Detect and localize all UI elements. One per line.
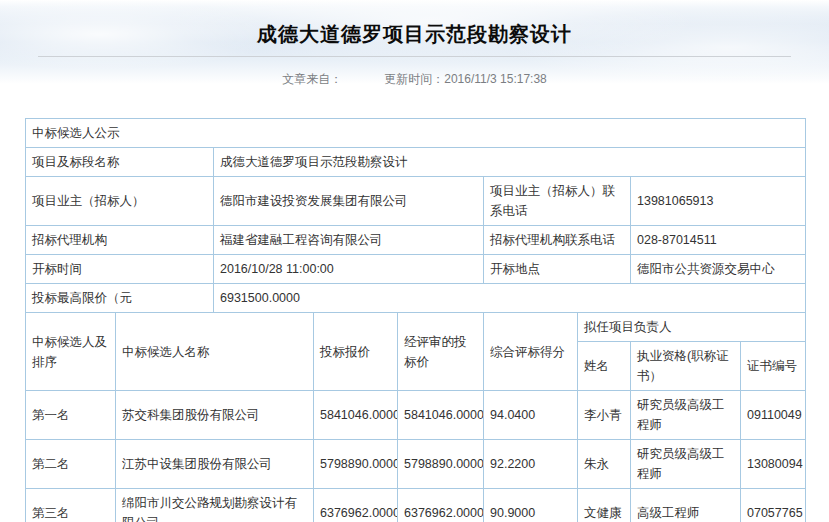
candidate-score: 90.9000 (484, 489, 578, 522)
candidates-header-row: 中标候选人及排序 中标候选人名称 投标报价 经评审的投标价 综合评标得分 拟任项… (26, 313, 806, 342)
page-title: 成德大道德罗项目示范段勘察设计 (0, 21, 829, 47)
agency-value: 福建省建融工程咨询有限公司 (214, 226, 484, 255)
candidate-name: 苏交科集团股份有限公司 (116, 391, 314, 440)
article-source-label: 文章来自： (282, 71, 342, 88)
table-caption-row: 中标候选人公示 (26, 119, 806, 148)
col-rank: 中标候选人及排序 (26, 313, 116, 391)
owner-phone-value: 13981065913 (631, 177, 806, 226)
owner-phone-label: 项目业主（招标人）联系电话 (484, 177, 631, 226)
col-proposed-manager: 拟任项目负责人 (578, 313, 806, 342)
owner-value: 德阳市建设投资发展集团有限公司 (214, 177, 484, 226)
manager-name: 李小青 (578, 391, 631, 440)
bid-open-place-label: 开标地点 (484, 255, 631, 284)
candidate-evaluated-price: 6376962.0000 (398, 489, 484, 522)
announcement-table: 中标候选人公示 项目及标段名称 成德大道德罗项目示范段勘察设计 项目业主（招标人… (25, 118, 806, 522)
candidate-row-3: 第三名 绵阳市川交公路规划勘察设计有限公司 6376962.0000 63769… (26, 489, 806, 522)
project-name-value: 成德大道德罗项目示范段勘察设计 (214, 148, 806, 177)
bid-open-time-label: 开标时间 (26, 255, 214, 284)
candidate-bid-price: 5841046.0000 (314, 391, 398, 440)
candidate-score: 92.2200 (484, 440, 578, 489)
manager-qualification: 高级工程师 (631, 489, 741, 522)
candidate-evaluated-price: 5841046.0000 (398, 391, 484, 440)
article-meta: 文章来自： 更新时间：2016/11/3 15:17:38 (0, 57, 829, 98)
candidate-name: 绵阳市川交公路规划勘察设计有限公司 (116, 489, 314, 522)
update-time: 更新时间：2016/11/3 15:17:38 (384, 71, 547, 88)
candidate-rank: 第二名 (26, 440, 116, 489)
candidate-bid-price: 6376962.0000 (314, 489, 398, 522)
manager-name: 文健康 (578, 489, 631, 522)
bid-open-place-value: 德阳市公共资源交易中心 (631, 255, 806, 284)
announcement-section: 中标候选人公示 项目及标段名称 成德大道德罗项目示范段勘察设计 项目业主（招标人… (25, 118, 829, 522)
manager-name: 朱永 (578, 440, 631, 489)
bid-opening-row: 开标时间 2016/10/28 11:00:00 开标地点 德阳市公共资源交易中… (26, 255, 806, 284)
bid-open-time-value: 2016/10/28 11:00:00 (214, 255, 484, 284)
page-header: 成德大道德罗项目示范段勘察设计 文章来自： 更新时间：2016/11/3 15:… (0, 0, 829, 98)
col-cert-no: 证书编号 (741, 342, 806, 391)
owner-row: 项目业主（招标人） 德阳市建设投资发展集团有限公司 项目业主（招标人）联系电话 … (26, 177, 806, 226)
candidate-rank: 第三名 (26, 489, 116, 522)
table-caption: 中标候选人公示 (26, 119, 806, 148)
candidate-row-2: 第二名 江苏中设集团股份有限公司 5798890.0000 5798890.00… (26, 440, 806, 489)
project-name-row: 项目及标段名称 成德大道德罗项目示范段勘察设计 (26, 148, 806, 177)
candidate-bid-price: 5798890.0000 (314, 440, 398, 489)
col-candidate-name: 中标候选人名称 (116, 313, 314, 391)
cert-number: 07057765 (741, 489, 806, 522)
col-bid-price: 投标报价 (314, 313, 398, 391)
col-manager-name: 姓名 (578, 342, 631, 391)
agency-phone-value: 028-87014511 (631, 226, 806, 255)
candidate-evaluated-price: 5798890.0000 (398, 440, 484, 489)
cert-number: 09110049 (741, 391, 806, 440)
candidate-rank: 第一名 (26, 391, 116, 440)
max-price-value: 6931500.0000 (214, 284, 806, 313)
candidate-score: 94.0400 (484, 391, 578, 440)
agency-row: 招标代理机构 福建省建融工程咨询有限公司 招标代理机构联系电话 028-8701… (26, 226, 806, 255)
max-price-row: 投标最高限价（元 6931500.0000 (26, 284, 806, 313)
col-qualification: 执业资格(职称证书） (631, 342, 741, 391)
cert-number: 13080094 (741, 440, 806, 489)
col-score: 综合评标得分 (484, 313, 578, 391)
candidate-row-1: 第一名 苏交科集团股份有限公司 5841046.0000 5841046.000… (26, 391, 806, 440)
manager-qualification: 研究员级高级工程师 (631, 391, 741, 440)
manager-qualification: 研究员级高级工程师 (631, 440, 741, 489)
agency-label: 招标代理机构 (26, 226, 214, 255)
project-name-label: 项目及标段名称 (26, 148, 214, 177)
max-price-label: 投标最高限价（元 (26, 284, 214, 313)
col-evaluated-price: 经评审的投标价 (398, 313, 484, 391)
agency-phone-label: 招标代理机构联系电话 (484, 226, 631, 255)
owner-label: 项目业主（招标人） (26, 177, 214, 226)
candidate-name: 江苏中设集团股份有限公司 (116, 440, 314, 489)
